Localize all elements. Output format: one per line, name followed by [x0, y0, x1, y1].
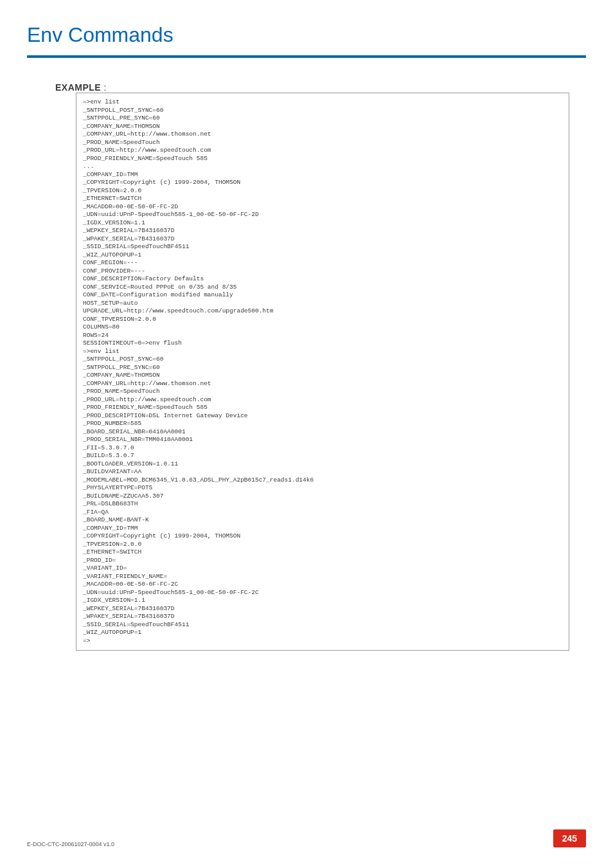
code-example-box: =>env list _SNTPPOLL_POST_SYNC=60 _SNTPP…	[76, 93, 569, 651]
footer-doc-id: E-DOC-CTC-20061027-0004 v1.0	[27, 841, 114, 847]
example-label: EXAMPLE :	[55, 82, 107, 93]
page-footer: E-DOC-CTC-20061027-0004 v1.0 245	[27, 829, 586, 847]
example-label-text: EXAMPLE	[55, 82, 101, 93]
code-example-content: =>env list _SNTPPOLL_POST_SYNC=60 _SNTPP…	[83, 98, 562, 645]
page-title: Env Commands	[27, 23, 173, 47]
example-label-colon: :	[101, 82, 107, 93]
title-rule	[27, 55, 586, 58]
page-number-badge: 245	[553, 829, 586, 847]
